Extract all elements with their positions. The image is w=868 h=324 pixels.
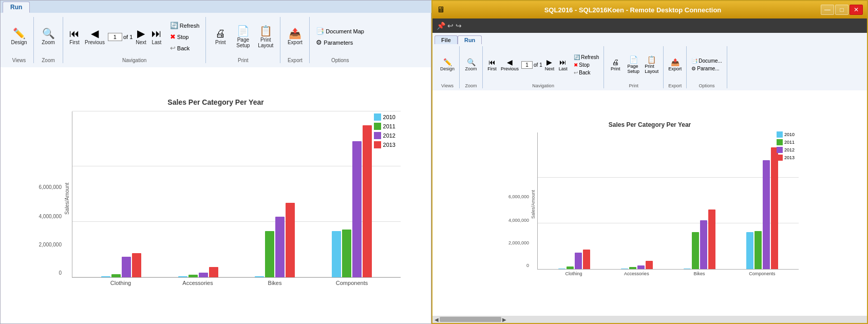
first-button[interactable]: ⏮ First xyxy=(67,27,82,46)
inner-design-icon: ✏️ xyxy=(443,58,452,66)
rdp-scroll-thumb[interactable] xyxy=(440,317,501,322)
inner-ssrs: File Run ✏️ Design Views xyxy=(432,33,867,323)
inner-parameters-button[interactable]: ⚙ Parame... xyxy=(690,65,724,72)
rdp-inner-toolbar: 📌 ↩ ↪ xyxy=(432,18,867,33)
rdp-window-controls: — □ ✕ xyxy=(821,5,863,15)
rdp-minimize-button[interactable]: — xyxy=(821,5,834,15)
rdp-scroll-left[interactable]: ◀ xyxy=(433,317,440,322)
stop-button[interactable]: ✖ Stop xyxy=(168,32,202,42)
inner-chart-area: Sales Per Category Per Year 6,000,000 4,… xyxy=(432,90,867,316)
tab-run[interactable]: Run xyxy=(3,2,30,13)
inner-zoom-button[interactable]: 🔍 Zoom xyxy=(463,58,479,72)
inner-export-button[interactable]: 📤 Export xyxy=(667,58,683,72)
bar-group-clothing xyxy=(101,253,141,277)
inner-bar-clothing-2010 xyxy=(558,269,565,269)
x-label-bikes: Bikes xyxy=(254,280,295,286)
inner-chart-inner: 6,000,000 4,000,000 2,000,000 0 Sales/Am… xyxy=(501,132,799,276)
inner-tab-run[interactable]: Run xyxy=(458,35,482,44)
inner-y-ticks: 6,000,000 4,000,000 2,000,000 0 xyxy=(501,132,529,276)
print-layout-button[interactable]: 📋 Print Layout xyxy=(255,25,276,49)
inner-group-options: 📑 Docume... ⚙ Parame... Options xyxy=(687,46,727,88)
inner-back-icon: ↩ xyxy=(574,70,578,75)
inner-page-setup-icon: 📄 xyxy=(629,55,638,64)
inner-bar-clothing-2013 xyxy=(583,250,590,269)
inner-refresh-button[interactable]: 🔄 Refresh xyxy=(572,54,600,61)
parameters-icon: ⚙ xyxy=(316,39,322,46)
inner-back-button[interactable]: ↩ Back xyxy=(572,69,600,76)
rdp-close-button[interactable]: ✕ xyxy=(850,5,863,15)
inner-refresh-icon: 🔄 xyxy=(574,54,580,60)
inner-group-zoom: 🔍 Zoom Zoom xyxy=(460,46,483,88)
inner-print-button[interactable]: 🖨 Print xyxy=(607,58,624,72)
ribbon-body: ✏️ Design Views 🔍 Zoom Zoom ⏮ First xyxy=(1,13,431,67)
inner-first-button[interactable]: ⏮ First xyxy=(486,58,498,72)
inner-bar-components-2013 xyxy=(771,147,778,269)
main-ssrs-window: Run ✏️ Design Views 🔍 Zoom Zoom xyxy=(0,0,431,324)
print-button[interactable]: 🖨 Print xyxy=(210,27,231,46)
inner-tab-bar: File Run xyxy=(432,33,867,44)
inner-previous-icon: ◀ xyxy=(507,58,513,66)
inner-print-icon: 🖨 xyxy=(612,58,619,66)
refresh-icon: 🔄 xyxy=(170,22,178,29)
inner-chart-title: Sales Per Category Per Year xyxy=(501,121,799,128)
export-button[interactable]: 📤 Export xyxy=(285,27,305,46)
rdp-titlebar: 🖥 SQL2016 - SQL2016Koen - Remote Desktop… xyxy=(432,1,867,18)
inner-export-icon: 📤 xyxy=(671,58,680,66)
inner-bar-components-2010 xyxy=(746,232,753,269)
parameters-button[interactable]: ⚙ Parameters xyxy=(314,37,366,47)
rdp-toolbar-icon-3[interactable]: ↪ xyxy=(456,22,462,30)
options-group-label: Options xyxy=(331,58,349,63)
page-setup-button[interactable]: 📄 Page Setup xyxy=(233,25,253,49)
inner-design-button[interactable]: ✏️ Design xyxy=(439,58,456,72)
document-map-button[interactable]: 📑 Document Map xyxy=(314,26,366,36)
design-button[interactable]: ✏️ Design xyxy=(9,27,29,46)
next-icon: ▶ xyxy=(137,28,145,39)
inner-last-button[interactable]: ⏭ Last xyxy=(557,58,569,72)
inner-stop-button[interactable]: ✖ Stop xyxy=(572,62,600,68)
inner-x-label-components: Components xyxy=(745,271,779,276)
inner-group-navigation: ⏮ First ◀ Previous of 1 ▶ Next xyxy=(483,46,604,88)
ribbon-group-views: ✏️ Design Views xyxy=(5,17,34,63)
back-button[interactable]: ↩ Back xyxy=(168,43,202,53)
last-icon: ⏭ xyxy=(152,28,162,39)
inner-next-button[interactable]: ▶ Next xyxy=(543,58,556,72)
ribbon-group-print: 🖨 Print 📄 Page Setup 📋 Print Layout Prin… xyxy=(206,17,280,63)
rdp-toolbar-icon-2[interactable]: ↩ xyxy=(447,22,454,30)
inner-chart-plot xyxy=(537,132,799,270)
ribbon-group-options: 📑 Document Map ⚙ Parameters Options xyxy=(310,17,370,63)
rdp-scroll-right[interactable]: ▶ xyxy=(501,317,507,322)
inner-previous-button[interactable]: ◀ Previous xyxy=(499,58,520,72)
bar-clothing-2010 xyxy=(101,276,110,277)
inner-page-setup-button[interactable]: 📄 Page Setup xyxy=(625,55,641,74)
inner-bar-bikes-2010 xyxy=(684,269,691,269)
rdp-maximize-button[interactable]: □ xyxy=(835,5,848,15)
zoom-button[interactable]: 🔍 Zoom xyxy=(38,27,59,46)
zoom-group-label: Zoom xyxy=(42,58,55,63)
inner-document-map-button[interactable]: 📑 Docume... xyxy=(690,58,724,64)
rdp-toolbar-icon-1[interactable]: 📌 xyxy=(437,22,445,30)
rdp-window: 🖥 SQL2016 - SQL2016Koen - Remote Desktop… xyxy=(431,0,868,324)
inner-chart-main: Clothing Accessories Bikes Components xyxy=(537,132,799,276)
inner-page-input[interactable] xyxy=(521,61,533,69)
inner-y-axis-label: Sales/Amount xyxy=(529,132,537,276)
main-x-labels: Clothing Accessories Bikes Components xyxy=(72,280,401,286)
previous-button[interactable]: ◀ Previous xyxy=(83,27,107,46)
ribbon-group-zoom: 🔍 Zoom Zoom xyxy=(34,17,63,63)
inner-document-map-icon: 📑 xyxy=(691,58,697,64)
bar-group-accessories xyxy=(178,267,218,277)
main-chart-main: Clothing Accessories Bikes Components xyxy=(72,111,401,286)
main-chart-inner: 6,000,000 4,000,000 2,000,000 0 Sales/Am… xyxy=(31,111,401,286)
page-input[interactable] xyxy=(108,33,122,41)
stop-icon: ✖ xyxy=(170,33,176,41)
inner-bar-clothing-2012 xyxy=(575,253,582,269)
inner-bar-group-bikes xyxy=(684,209,715,269)
next-button[interactable]: ▶ Next xyxy=(134,27,148,46)
inner-tab-file[interactable]: File xyxy=(435,35,458,44)
inner-x-label-accessories: Accessories xyxy=(620,271,653,276)
last-button[interactable]: ⏭ Last xyxy=(149,27,164,46)
inner-print-layout-button[interactable]: 📋 Print Layout xyxy=(643,55,660,74)
main-chart-plot xyxy=(72,111,401,278)
x-label-components: Components xyxy=(331,280,372,286)
inner-x-label-bikes: Bikes xyxy=(683,271,716,276)
refresh-button[interactable]: 🔄 Refresh xyxy=(168,21,202,30)
